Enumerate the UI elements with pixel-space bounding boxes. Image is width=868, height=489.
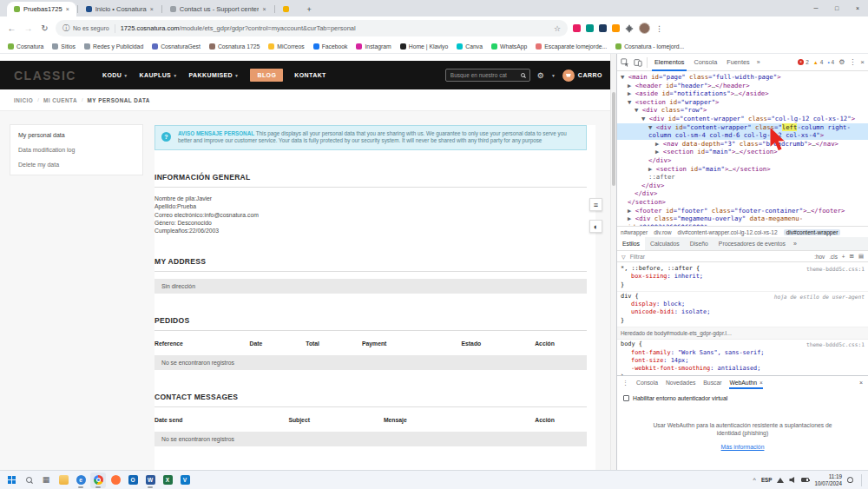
bookmark-item[interactable]: Cosnatura <box>8 43 43 50</box>
search-button[interactable] <box>21 472 36 488</box>
bookmark-item[interactable]: Cosnatura 1725 <box>209 43 260 50</box>
maximize-button[interactable]: □ <box>826 5 847 11</box>
css-rule[interactable]: body {theme-bddd5c.css:1font-family: "Wo… <box>617 340 868 375</box>
tab-close-icon[interactable]: × <box>150 6 154 12</box>
browser-tab-active[interactable]: Pruebas1725 × <box>7 2 76 17</box>
minimize-button[interactable]: ─ <box>806 5 826 11</box>
drawer-close-icon[interactable]: × <box>859 380 863 386</box>
tab-styles[interactable]: Estilos <box>617 237 645 250</box>
gear-icon[interactable]: ⚙ <box>537 71 544 80</box>
site-search-input[interactable]: Busque en nuestro cat <box>445 69 530 82</box>
filter-input[interactable]: Filtrar <box>630 254 645 260</box>
device-toolbar-icon[interactable] <box>634 58 642 67</box>
bookmark-item[interactable]: Instagram <box>356 43 391 50</box>
refresh-icon[interactable]: ↻ <box>39 23 50 33</box>
dom-tree-node[interactable]: </div> <box>617 189 868 198</box>
outlook-button[interactable]: O <box>125 472 141 488</box>
breadcrumb-node[interactable]: n#wrapper <box>621 229 648 235</box>
settings-gear-icon[interactable]: ⚙ <box>838 58 845 66</box>
dom-tree-node[interactable]: </section> <box>617 198 868 207</box>
extension-icon[interactable] <box>612 24 620 32</box>
more-tabs-icon[interactable]: » <box>757 59 760 65</box>
dom-tree-node[interactable]: </div> <box>617 182 868 190</box>
sidebar-item-delete-data[interactable]: Delete my data <box>10 157 142 172</box>
browser-menu-icon[interactable]: ⋮ <box>655 24 663 33</box>
extension-icon[interactable] <box>599 24 607 32</box>
show-desktop-handle[interactable] <box>861 474 862 486</box>
new-tab-button[interactable]: + <box>304 3 315 15</box>
start-button[interactable] <box>3 472 19 488</box>
page-scrollbar[interactable] <box>610 54 616 470</box>
sidebar-item-modification-log[interactable]: Data modification log <box>10 142 142 157</box>
firefox-button[interactable] <box>108 472 123 488</box>
dom-tree-node[interactable]: ▼ <div id="content-wrapper" class="left-… <box>617 123 868 140</box>
layers-icon[interactable]: ▤ <box>858 253 864 260</box>
drawer-tab-webauthn[interactable]: WebAuthn× <box>729 376 762 389</box>
site-logo[interactable]: CLASSIC <box>14 69 76 83</box>
word-button[interactable]: W <box>142 472 158 488</box>
hidden-icons-chevron[interactable]: ^ <box>753 477 756 483</box>
dom-tree-node[interactable]: ▼ <div class="row"> <box>617 106 868 115</box>
browser-tab[interactable]: Inicio • Cosnatura × <box>79 2 161 17</box>
toggle-hover-state[interactable]: :hov <box>814 254 825 260</box>
breadcrumb-node-selected[interactable]: div#content-wrapper <box>784 229 841 235</box>
tab-close-icon[interactable]: × <box>66 6 69 12</box>
close-button[interactable]: × <box>847 5 868 11</box>
dom-tree-node[interactable]: ::after <box>617 173 868 182</box>
tab-computed[interactable]: Calculados <box>645 237 685 250</box>
bookmark-item[interactable]: Sitios <box>52 43 76 50</box>
volume-icon[interactable] <box>789 477 796 483</box>
customizer-icon[interactable]: ≡ <box>589 198 602 211</box>
error-badge[interactable]: ×2 <box>798 59 809 65</box>
dom-tree-node[interactable]: ▶ <aside id="notifications">…</aside> <box>617 89 868 98</box>
checkbox[interactable] <box>623 395 629 401</box>
sidebar-item-personal-data[interactable]: My personal data <box>10 128 142 142</box>
contrast-icon[interactable]: ◐ <box>589 220 602 233</box>
vscode-button[interactable]: V <box>177 472 193 488</box>
bookmark-item[interactable]: Cosnatura - lomejord... <box>615 43 684 50</box>
drawer-tab-search[interactable]: Buscar <box>703 376 721 389</box>
devtools-tab-elements[interactable]: Elementos <box>652 54 687 71</box>
css-property[interactable]: -webkit-font-smoothing: antialiased; <box>621 365 865 373</box>
devtools-menu-icon[interactable]: ⋮ <box>849 58 856 66</box>
bookmark-item[interactable]: MiCorreos <box>268 43 304 50</box>
stylesheet-link[interactable]: theme-bddd5c.css:1 <box>806 265 865 273</box>
dom-tree-node[interactable]: ▶ <footer id="footer" class="footer-cont… <box>617 207 868 215</box>
new-style-rule-button[interactable]: + <box>842 254 845 260</box>
warning-badge[interactable]: ▲4 <box>813 59 824 65</box>
battery-icon[interactable] <box>801 478 809 482</box>
grid-icon[interactable]: ⊞ <box>850 253 854 260</box>
dom-tree-node[interactable]: ▶ <section id="main">…</section> <box>617 165 868 174</box>
breadcrumb-node[interactable]: div#content-wrapper.col-lg-12.col-xs-12 <box>678 229 778 235</box>
extensions-puzzle-icon[interactable] <box>625 24 634 33</box>
devtools-close-icon[interactable]: × <box>860 58 865 66</box>
dom-tree-node[interactable]: ▶ <header id="header">…</header> <box>617 82 868 90</box>
tab-event-listeners[interactable]: Procesadores de eventos <box>713 237 791 250</box>
tab-layout[interactable]: Diseño <box>685 237 713 250</box>
devtools-tab-sources[interactable]: Fuentes <box>724 54 752 71</box>
css-property[interactable]: display: block; <box>621 301 865 308</box>
bookmark-item[interactable]: Redes y Publicidad <box>84 43 143 50</box>
breadcrumb-node[interactable]: div.row <box>654 229 671 235</box>
extension-icon[interactable] <box>586 24 594 32</box>
more-tabs-icon[interactable]: » <box>791 241 799 247</box>
address-bar[interactable]: ⓘ No es seguro 1725.cosnatura.com/module… <box>56 20 568 36</box>
webauthn-enable-row[interactable]: Habilitar entorno autenticador virtual <box>623 395 862 401</box>
toggle-classes[interactable]: .cls <box>829 254 838 260</box>
chrome-button[interactable] <box>90 472 106 488</box>
dom-tree-node[interactable]: ▶ <section id="main">…</section> <box>617 148 868 156</box>
browser-tab[interactable] <box>276 2 299 17</box>
clock[interactable]: 11:19 10/07/2024 <box>814 473 842 486</box>
nav-item-kodu[interactable]: KODU▼ <box>102 72 128 78</box>
close-tab-icon[interactable]: × <box>760 380 763 386</box>
issues-badge[interactable]: ▪4 <box>827 59 834 65</box>
dom-tree-node[interactable]: ▶ <nav data-depth="3" class="breadcrumb"… <box>617 140 868 149</box>
forward-icon[interactable]: → <box>23 23 34 33</box>
css-property[interactable]: unicode-bidi: isolate; <box>621 308 865 316</box>
dom-tree-node[interactable]: ▼ <section id="wrapper"> <box>617 98 868 107</box>
bookmark-item[interactable]: Escaparate lomejorde... <box>536 43 607 50</box>
back-icon[interactable]: ← <box>6 23 17 33</box>
notifications-bell-icon[interactable] <box>847 477 853 483</box>
drawer-menu-icon[interactable]: ⋮ <box>622 380 628 387</box>
dom-tree-node[interactable]: ▶ <div class="megamenu-overlay" data-meg… <box>617 215 868 226</box>
